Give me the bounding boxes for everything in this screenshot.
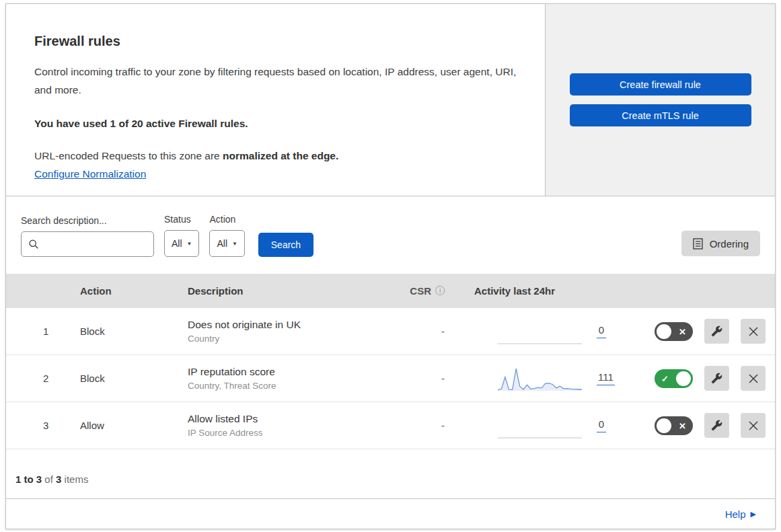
- rule-activity-cell: 111: [450, 365, 617, 393]
- rule-enabled-toggle[interactable]: ✓ ✕: [655, 416, 693, 435]
- ordering-button[interactable]: Ordering: [681, 231, 760, 256]
- chevron-down-icon: ▼: [232, 241, 237, 247]
- rule-description: Does not originate in UK: [188, 319, 396, 331]
- firewall-rules-card: Firewall rules Control incoming traffic …: [5, 3, 776, 529]
- table-row: 3 Allow Allow listed IPs IP Source Addre…: [6, 402, 775, 449]
- activity-sparkline: [498, 317, 582, 346]
- normalization-note: URL-encoded Requests to this zone are no…: [34, 150, 525, 162]
- edit-rule-button[interactable]: [704, 319, 729, 344]
- activity-count-link[interactable]: 111: [597, 371, 615, 385]
- usage-summary: You have used 1 of 20 active Firewall ru…: [34, 118, 525, 130]
- close-icon: [748, 420, 759, 431]
- rule-action: Allow: [70, 420, 188, 431]
- status-select[interactable]: All ▼: [164, 230, 199, 257]
- action-column-header: Action: [70, 285, 188, 297]
- wrench-icon: [711, 373, 722, 384]
- csr-header-label: CSR: [410, 285, 431, 297]
- rule-enabled-toggle[interactable]: ✓ ✕: [655, 369, 693, 388]
- status-filter-group: Status All ▼: [164, 214, 199, 257]
- action-selected-value: All: [217, 238, 227, 249]
- toggle-knob: [657, 418, 671, 433]
- check-icon: ✓: [661, 373, 669, 383]
- activity-count-link[interactable]: 0: [597, 418, 606, 432]
- rule-action: Block: [70, 326, 188, 337]
- pagination-summary: 1 to 3 of 3 items: [6, 449, 775, 498]
- delete-rule-button[interactable]: [741, 319, 766, 344]
- edit-rule-button[interactable]: [704, 366, 729, 391]
- table-row: 1 Block Does not originate in UK Country…: [6, 308, 775, 355]
- search-label: Search description...: [21, 215, 154, 226]
- rule-description-cell: Does not originate in UK Country: [188, 319, 396, 344]
- help-arrow-icon: ▶: [751, 510, 756, 519]
- activity-count-link[interactable]: 0: [597, 324, 606, 338]
- activity-sparkline: [498, 365, 582, 393]
- help-bar: Help ▶: [6, 498, 775, 529]
- action-filter-group: Action All ▼: [209, 214, 244, 257]
- intro-panel: Firewall rules Control incoming traffic …: [6, 4, 546, 196]
- search-input[interactable]: [44, 238, 147, 250]
- rule-csr-value: -: [396, 373, 450, 384]
- page-title: Firewall rules: [34, 34, 525, 49]
- wrench-icon: [711, 326, 722, 337]
- delete-rule-button[interactable]: [741, 413, 766, 438]
- rule-priority: 1: [6, 326, 70, 337]
- rule-priority: 3: [6, 420, 70, 431]
- activity-column-header: Activity last 24hr: [450, 285, 617, 297]
- wrench-icon: [711, 420, 722, 431]
- info-icon[interactable]: ⓘ: [435, 285, 445, 297]
- items-label: items: [65, 473, 89, 485]
- action-label: Action: [209, 214, 244, 225]
- rule-criteria: IP Source Address: [188, 428, 396, 438]
- rule-description: IP reputation score: [188, 366, 396, 378]
- item-total: 3: [56, 473, 61, 485]
- x-icon: ✕: [679, 420, 686, 430]
- rule-controls: ✓ ✕: [617, 366, 775, 391]
- rule-description: Allow listed IPs: [188, 413, 396, 425]
- edit-rule-button[interactable]: [704, 413, 729, 438]
- rule-csr-value: -: [396, 420, 450, 431]
- csr-column-header: CSR ⓘ: [396, 285, 450, 297]
- table-header: Action Description CSR ⓘ Activity last 2…: [6, 274, 775, 308]
- search-group: Search description...: [21, 215, 154, 257]
- toggle-knob: [676, 371, 691, 386]
- search-icon: [28, 239, 39, 250]
- close-icon: [748, 373, 759, 384]
- action-select[interactable]: All ▼: [209, 230, 244, 257]
- description-column-header: Description: [188, 285, 396, 297]
- item-range: 1 to 3: [15, 473, 42, 485]
- page-description: Control incoming traffic to your zone by…: [34, 63, 525, 99]
- rule-enabled-toggle[interactable]: ✓ ✕: [655, 322, 693, 341]
- help-link[interactable]: Help ▶: [725, 508, 756, 520]
- search-button[interactable]: Search: [258, 233, 313, 257]
- rule-controls: ✓ ✕: [617, 319, 775, 344]
- create-firewall-rule-button[interactable]: Create firewall rule: [570, 73, 751, 96]
- toggle-knob: [657, 324, 671, 339]
- help-link-label: Help: [725, 508, 746, 520]
- status-label: Status: [164, 214, 199, 225]
- configure-normalization-link[interactable]: Configure Normalization: [34, 168, 146, 180]
- rule-activity-cell: 0: [450, 317, 617, 346]
- table-row: 2 Block IP reputation score Country, Thr…: [6, 355, 775, 402]
- activity-sparkline: [498, 412, 582, 440]
- status-selected-value: All: [172, 238, 182, 249]
- rule-action: Block: [70, 373, 188, 384]
- x-icon: ✕: [679, 326, 686, 336]
- header-section: Firewall rules Control incoming traffic …: [6, 4, 775, 196]
- normalization-text: URL-encoded Requests to this zone are: [34, 150, 223, 161]
- ordering-list-icon: [693, 238, 703, 250]
- of-label: of: [44, 473, 53, 485]
- ordering-button-label: Ordering: [710, 238, 749, 250]
- rule-description-cell: IP reputation score Country, Threat Scor…: [188, 366, 396, 391]
- rule-controls: ✓ ✕: [617, 413, 775, 438]
- rule-csr-value: -: [396, 326, 450, 337]
- normalization-bold-text: normalized at the edge.: [223, 150, 338, 161]
- chevron-down-icon: ▼: [187, 241, 192, 247]
- rule-activity-cell: 0: [450, 412, 617, 440]
- rule-priority: 2: [6, 373, 70, 384]
- cta-panel: Create firewall rule Create mTLS rule: [546, 4, 775, 196]
- create-mtls-rule-button[interactable]: Create mTLS rule: [570, 104, 751, 126]
- close-icon: [748, 326, 759, 337]
- search-input-box[interactable]: [21, 231, 154, 257]
- delete-rule-button[interactable]: [741, 366, 766, 391]
- rule-criteria: Country: [188, 334, 396, 344]
